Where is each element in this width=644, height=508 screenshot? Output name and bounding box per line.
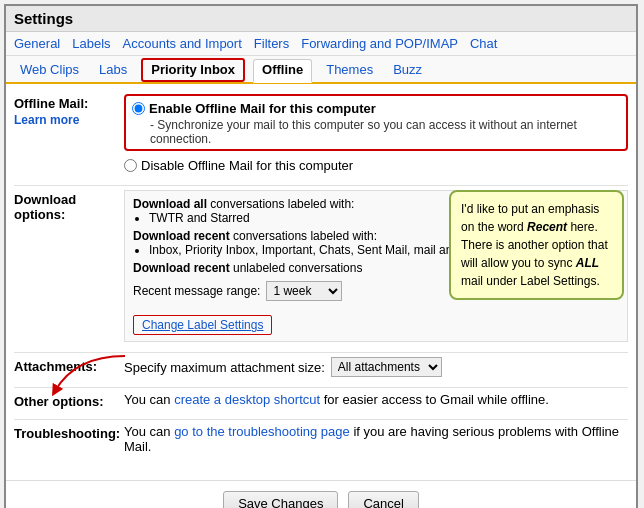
attachments-text: Specify maximum attachment size: (124, 360, 325, 375)
tab-webclips[interactable]: Web Clips (14, 60, 85, 81)
attachments-body: Specify maximum attachment size: All att… (124, 357, 628, 377)
nav-filters[interactable]: Filters (254, 36, 289, 55)
nav-chat[interactable]: Chat (470, 36, 497, 55)
enable-offline-radio[interactable] (132, 102, 145, 115)
attachments-select[interactable]: All attachments No attachments 1 MB 5 MB… (331, 357, 442, 377)
red-arrow-svg (45, 351, 135, 401)
attachments-row: Specify maximum attachment size: All att… (124, 357, 628, 377)
nav-row1: General Labels Accounts and Import Filte… (6, 32, 636, 56)
tab-buzz[interactable]: Buzz (387, 60, 428, 81)
tab-priorityinbox[interactable]: Priority Inbox (141, 58, 245, 82)
change-label-settings-btn[interactable]: Change Label Settings (133, 315, 272, 335)
troubleshooting-section: Troubleshooting: You can go to the troub… (14, 424, 628, 454)
tooltip-bubble: I'd like to put an emphasis on the word … (449, 190, 624, 300)
troubleshooting-text-before: You can (124, 424, 174, 439)
download-options-label: Download options: (14, 190, 124, 342)
nav-row2: Web Clips Labs Priority Inbox Offline Th… (6, 56, 636, 84)
disable-offline-radio[interactable] (124, 159, 137, 172)
nav-labels[interactable]: Labels (72, 36, 110, 55)
tooltip-word-all: ALL (576, 256, 599, 270)
offline-mail-label: Offline Mail: Learn more (14, 94, 124, 175)
tab-themes[interactable]: Themes (320, 60, 379, 81)
disable-offline-label: Disable Offline Mail for this computer (141, 158, 353, 173)
other-options-body: You can create a desktop shortcut for ea… (124, 392, 628, 409)
nav-accounts[interactable]: Accounts and Import (123, 36, 242, 55)
content-area: Offline Mail: Learn more Enable Offline … (6, 84, 636, 474)
nav-forwarding[interactable]: Forwarding and POP/IMAP (301, 36, 458, 55)
offline-main: Enable Offline Mail for this computer - … (124, 94, 628, 175)
tooltip-text-after: mail under Label Settings. (461, 274, 600, 288)
learn-more-link[interactable]: Learn more (14, 113, 124, 127)
recent-range-label: Recent message range: (133, 284, 260, 298)
nav-general[interactable]: General (14, 36, 60, 55)
footer-buttons: Save Changes Cancel (6, 480, 636, 508)
offline-mail-section: Offline Mail: Learn more Enable Offline … (14, 94, 628, 175)
offline-mail-body: Enable Offline Mail for this computer - … (124, 94, 628, 175)
cancel-button[interactable]: Cancel (348, 491, 418, 508)
troubleshooting-link[interactable]: go to the troubleshooting page (174, 424, 350, 439)
other-options-text-after: for easier access to Gmail while offline… (320, 392, 549, 407)
tab-offline[interactable]: Offline (253, 59, 312, 83)
desktop-shortcut-link[interactable]: create a desktop shortcut (174, 392, 320, 407)
tab-labs[interactable]: Labs (93, 60, 133, 81)
save-changes-button[interactable]: Save Changes (223, 491, 338, 508)
disable-radio-row: Disable Offline Mail for this computer (124, 158, 628, 173)
enable-offline-desc: - Synchronize your mail to this computer… (150, 118, 620, 146)
enable-offline-box: Enable Offline Mail for this computer - … (124, 94, 628, 151)
download-options-body: Download all conversations labeled with:… (124, 190, 628, 342)
troubleshooting-label: Troubleshooting: (14, 424, 124, 454)
offline-content-wrap: Enable Offline Mail for this computer - … (124, 94, 628, 175)
troubleshooting-body: You can go to the troubleshooting page i… (124, 424, 628, 454)
divider1 (14, 185, 628, 186)
enable-offline-label: Enable Offline Mail for this computer (149, 101, 376, 116)
tooltip-word-recent: Recent (527, 220, 567, 234)
page-title: Settings (6, 6, 636, 32)
divider4 (14, 419, 628, 420)
download-options-section: Download options: Download all conversat… (14, 190, 628, 342)
enable-radio-row: Enable Offline Mail for this computer (132, 101, 620, 116)
settings-window: Settings General Labels Accounts and Imp… (4, 4, 638, 508)
recent-range-select[interactable]: 1 week 2 weeks 1 month 3 months (266, 281, 342, 301)
change-label-container: Change Label Settings (133, 307, 619, 335)
